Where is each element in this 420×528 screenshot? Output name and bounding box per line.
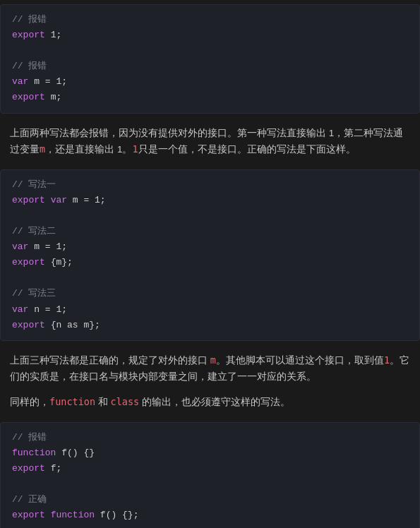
blank-line — [12, 43, 408, 59]
blank-line — [12, 208, 408, 224]
keyword: export — [12, 510, 45, 520]
inline-code-class: class — [111, 396, 140, 407]
blank-line — [12, 476, 408, 492]
code-text: m; — [51, 92, 62, 102]
prose-text: 和 — [95, 397, 111, 407]
code-line: export f; — [12, 461, 408, 476]
keyword: export — [12, 195, 45, 205]
code-text: f() {} — [61, 448, 95, 458]
keyword: export — [12, 30, 45, 40]
keyword: export — [12, 320, 45, 330]
inline-code-m: m — [210, 354, 216, 366]
prose-text: 的输出，也必须遵守这样的写法。 — [139, 397, 290, 407]
keyword: export — [12, 463, 45, 474]
comment-line: // 报错 — [12, 59, 408, 74]
prose-text: 。其他脚本可以通过这个接口，取到值 — [216, 355, 384, 366]
code-text: 1; — [51, 30, 62, 40]
prose-section-3: 同样的，function 和 class 的输出，也必须遵守这样的写法。 — [0, 392, 420, 418]
prose-section-1: 上面两种写法都会报错，因为没有提供对外的接口。第一种写法直接输出 1，第二种写法… — [0, 118, 420, 165]
prose-text: 只是一个值，不是接口。正确的写法是下面这样。 — [138, 144, 356, 155]
keyword: export — [12, 257, 45, 268]
comment-line: // 报错 — [12, 430, 408, 445]
keyword: var — [12, 76, 28, 87]
comment-line: // 写法二 — [12, 224, 408, 239]
keyword: function — [51, 510, 95, 520]
code-block-1: // 报错 export 1; // 报错 var m = 1; export … — [0, 4, 420, 114]
code-text: {n as m}; — [51, 320, 100, 330]
code-line: var n = 1; — [12, 302, 408, 318]
code-line: var m = 1; — [12, 74, 408, 90]
keyword: export — [12, 92, 45, 102]
code-text: m = 1; — [34, 76, 67, 87]
blank-line — [12, 270, 408, 286]
inline-code-1: 1 — [132, 143, 138, 155]
code-line: export 1; — [12, 28, 408, 43]
code-line: export {m}; — [12, 255, 408, 270]
code-line: export m; — [12, 90, 408, 105]
code-text: f; — [51, 463, 62, 474]
inline-code-function: function — [49, 396, 95, 407]
code-line: function f() {} — [12, 445, 408, 461]
prose-section-2: 上面三种写法都是正确的，规定了对外的接口 m。其他脚本可以通过这个接口，取到值1… — [0, 345, 420, 392]
keyword: var — [12, 304, 28, 315]
code-block-3: // 报错 function f() {} export f; // 正确 ex… — [0, 422, 420, 528]
code-text: {m}; — [51, 257, 73, 268]
code-line: export {n as m}; — [12, 318, 408, 333]
code-line: var m = 1; — [12, 239, 408, 255]
keyword: var — [12, 241, 28, 252]
prose-text: 上面三种写法都是正确的，规定了对外的接口 — [10, 355, 210, 366]
comment-line: // 正确 — [12, 492, 408, 508]
inline-code-m: m — [40, 143, 45, 155]
code-line: export var m = 1; — [12, 193, 408, 208]
comment-line: // 报错 — [12, 12, 408, 28]
blank-line — [12, 523, 408, 528]
code-block-2: // 写法一 export var m = 1; // 写法二 var m = … — [0, 169, 420, 341]
prose-text: 同样的， — [10, 397, 49, 407]
prose-text: ，还是直接输出 1。 — [45, 144, 132, 155]
code-text: m = 1; — [34, 241, 67, 252]
code-text: f() {}; — [100, 510, 139, 520]
code-text: m = 1; — [73, 195, 106, 205]
keyword: var — [51, 195, 67, 205]
code-text: n = 1; — [34, 304, 67, 315]
keyword: function — [12, 448, 56, 458]
code-line: export function f() {}; — [12, 508, 408, 523]
inline-code-1: 1 — [384, 354, 390, 366]
comment-line: // 写法三 — [12, 286, 408, 301]
comment-line: // 写法一 — [12, 177, 408, 193]
